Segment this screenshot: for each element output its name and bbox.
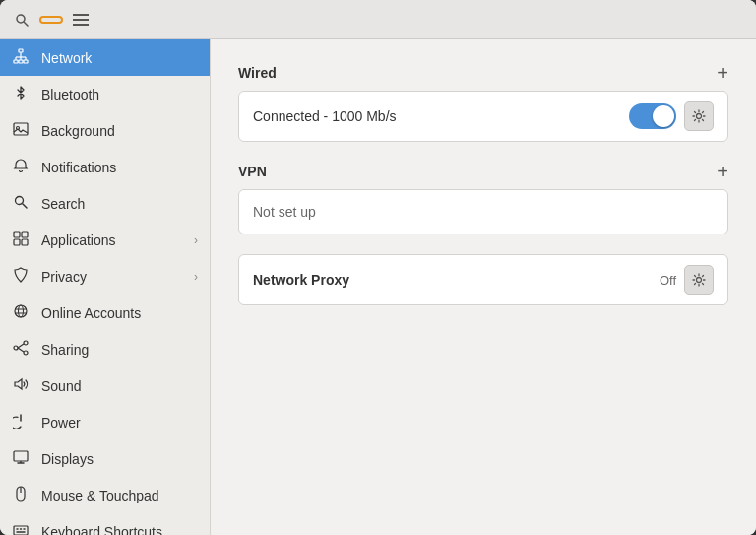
sidebar-item-mouse-touchpad[interactable]: Mouse & Touchpad xyxy=(0,477,210,513)
sidebar-item-label-keyboard-shortcuts: Keyboard Shortcuts xyxy=(41,524,198,536)
content-area: Wired+Connected - 1000 Mb/s VPN+Not set … xyxy=(211,39,756,535)
value-proxy-row: Off xyxy=(660,273,676,288)
svg-point-16 xyxy=(16,197,24,205)
sidebar-item-bluetooth[interactable]: Bluetooth xyxy=(0,76,210,112)
chevron-right-icon: › xyxy=(194,234,198,247)
svg-line-17 xyxy=(23,204,27,208)
sidebar-item-search[interactable]: Search xyxy=(0,185,210,222)
sidebar-item-label-network: Network xyxy=(41,50,198,66)
power-icon xyxy=(12,413,30,432)
svg-point-28 xyxy=(14,346,18,350)
section-title-wired: Wired xyxy=(238,65,277,81)
sidebar-item-notifications[interactable]: Notifications xyxy=(0,149,210,185)
svg-rect-21 xyxy=(22,239,28,245)
main-content: NetworkBluetoothBackgroundNotificationsS… xyxy=(0,39,756,535)
section-wired: Wired+Connected - 1000 Mb/s xyxy=(238,63,728,142)
displays-icon xyxy=(12,449,30,468)
applications-icon xyxy=(12,231,30,249)
notifications-icon xyxy=(12,158,30,176)
label-proxy-row: Network Proxy xyxy=(253,272,660,288)
privacy-icon xyxy=(12,267,30,286)
sidebar-item-label-sharing: Sharing xyxy=(41,342,198,358)
settings-button[interactable] xyxy=(39,16,63,24)
svg-line-1 xyxy=(25,22,29,26)
svg-rect-14 xyxy=(14,123,28,135)
svg-point-0 xyxy=(17,15,25,23)
svg-rect-19 xyxy=(22,232,28,237)
gear-wired-connection-button[interactable] xyxy=(684,101,714,131)
sidebar-item-label-applications: Applications xyxy=(41,233,182,248)
svg-rect-18 xyxy=(14,232,20,237)
sharing-icon xyxy=(12,340,30,359)
svg-rect-36 xyxy=(14,526,28,535)
svg-line-30 xyxy=(18,348,24,352)
svg-point-22 xyxy=(15,305,27,317)
sidebar-item-background[interactable]: Background xyxy=(0,112,210,149)
sidebar-item-label-background: Background xyxy=(41,123,198,139)
svg-rect-6 xyxy=(14,60,18,63)
sidebar-item-sharing[interactable]: Sharing xyxy=(0,331,210,368)
hamburger-icon xyxy=(73,14,89,26)
label-vpn-not-setup: Not set up xyxy=(253,204,316,220)
close-button[interactable] xyxy=(721,6,748,33)
svg-rect-20 xyxy=(14,239,20,245)
sidebar-item-label-bluetooth: Bluetooth xyxy=(41,87,198,102)
card-wired: Connected - 1000 Mb/s xyxy=(238,91,728,142)
sidebar-item-label-privacy: Privacy xyxy=(41,269,182,285)
svg-point-27 xyxy=(24,351,28,355)
sidebar-item-label-displays: Displays xyxy=(41,451,198,467)
mouse-touchpad-icon xyxy=(12,486,30,504)
background-icon xyxy=(12,121,30,140)
sidebar-item-keyboard-shortcuts[interactable]: Keyboard Shortcuts xyxy=(0,513,210,535)
row-wired-connection: Connected - 1000 Mb/s xyxy=(239,92,727,141)
sidebar-item-label-mouse-touchpad: Mouse & Touchpad xyxy=(41,488,198,503)
svg-rect-7 xyxy=(19,60,23,63)
sidebar-item-label-notifications: Notifications xyxy=(41,160,198,175)
bluetooth-icon xyxy=(12,85,30,103)
svg-point-42 xyxy=(697,278,702,283)
search-icon xyxy=(12,194,30,213)
sound-icon xyxy=(12,376,30,395)
section-network-proxy: Network ProxyOff xyxy=(238,254,728,305)
titlebar xyxy=(0,0,756,39)
sidebar-item-label-online-accounts: Online Accounts xyxy=(41,305,198,321)
menu-button[interactable] xyxy=(67,6,94,33)
sidebar-item-label-power: Power xyxy=(41,415,198,431)
online-accounts-icon xyxy=(12,303,30,322)
sidebar-item-online-accounts[interactable]: Online Accounts xyxy=(0,295,210,331)
row-vpn-not-setup: Not set up xyxy=(239,190,727,234)
sidebar-item-label-search: Search xyxy=(41,196,198,212)
svg-point-41 xyxy=(697,114,702,119)
label-wired-connection: Connected - 1000 Mb/s xyxy=(253,108,629,124)
add-wired-button[interactable]: + xyxy=(717,63,728,83)
settings-window: NetworkBluetoothBackgroundNotificationsS… xyxy=(0,0,756,535)
svg-rect-8 xyxy=(24,60,28,63)
sidebar-item-sound[interactable]: Sound xyxy=(0,368,210,404)
row-proxy-row: Network ProxyOff xyxy=(239,255,727,304)
section-title-vpn: VPN xyxy=(238,164,267,179)
section-vpn: VPN+Not set up xyxy=(238,162,728,234)
keyboard-shortcuts-icon xyxy=(12,522,30,535)
gear-proxy-row-button[interactable] xyxy=(684,265,714,295)
section-header-vpn: VPN+ xyxy=(238,162,728,181)
sidebar: NetworkBluetoothBackgroundNotificationsS… xyxy=(0,39,211,535)
gear-icon xyxy=(692,273,706,287)
sidebar-item-applications[interactable]: Applications› xyxy=(0,222,210,258)
toggle-wired-connection[interactable] xyxy=(629,103,676,129)
svg-rect-31 xyxy=(14,451,28,461)
search-icon xyxy=(15,13,29,27)
svg-line-29 xyxy=(18,344,24,348)
sidebar-item-power[interactable]: Power xyxy=(0,404,210,440)
svg-point-26 xyxy=(24,341,28,345)
sidebar-item-displays[interactable]: Displays xyxy=(0,440,210,477)
sidebar-item-network[interactable]: Network xyxy=(0,39,210,76)
card-network-proxy: Network ProxyOff xyxy=(238,254,728,305)
network-icon xyxy=(12,48,30,67)
add-vpn-button[interactable]: + xyxy=(717,162,728,181)
gear-icon xyxy=(692,109,706,123)
chevron-right-icon: › xyxy=(194,270,198,284)
sidebar-item-privacy[interactable]: Privacy› xyxy=(0,258,210,295)
section-header-wired: Wired+ xyxy=(238,63,728,83)
card-vpn: Not set up xyxy=(238,189,728,234)
search-titlebar-button[interactable] xyxy=(8,6,35,33)
